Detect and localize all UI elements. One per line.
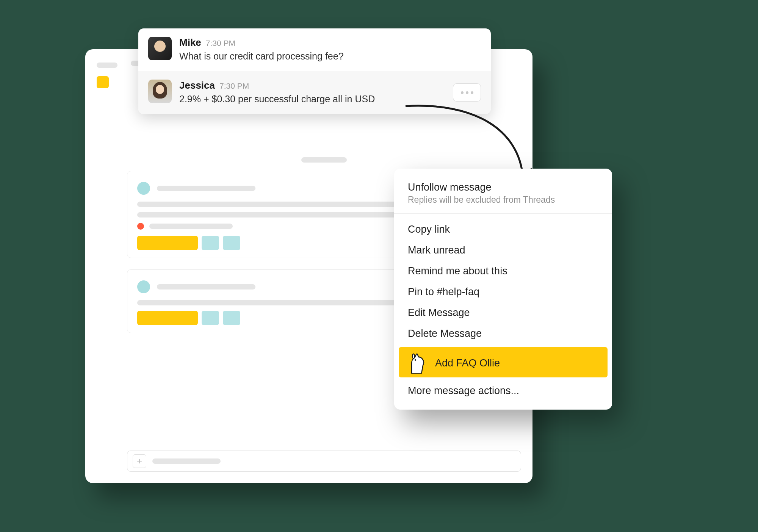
- skeleton-avatar: [137, 182, 150, 195]
- reaction-pill[interactable]: [202, 236, 219, 250]
- message-time: 7:30 PM: [206, 39, 235, 48]
- more-icon: [471, 91, 473, 94]
- reaction-pill[interactable]: [137, 311, 198, 325]
- message-row[interactable]: Mike 7:30 PM What is our credit card pro…: [138, 28, 491, 71]
- skeleton-line: [157, 284, 255, 289]
- menu-remind-me[interactable]: Remind me about this: [394, 261, 612, 282]
- more-icon: [466, 91, 468, 94]
- menu-divider: [394, 213, 612, 214]
- menu-pin[interactable]: Pin to #help-faq: [394, 282, 612, 302]
- conversation-popout: Mike 7:30 PM What is our credit card pro…: [138, 28, 491, 114]
- llama-icon: [408, 352, 428, 374]
- menu-add-faq-ollie[interactable]: Add FAQ Ollie: [399, 347, 608, 377]
- more-actions-button[interactable]: [453, 83, 481, 102]
- sidebar: [97, 63, 123, 88]
- skeleton-line: [149, 224, 233, 229]
- reaction-pill[interactable]: [137, 236, 198, 250]
- menu-unfollow-title: Unfollow message: [408, 182, 598, 193]
- reaction-pill[interactable]: [223, 311, 240, 325]
- menu-add-faq-label: Add FAQ Ollie: [435, 357, 500, 369]
- message-author: Mike: [179, 37, 201, 49]
- menu-unfollow[interactable]: Unfollow message Replies will be exclude…: [394, 179, 612, 208]
- menu-unfollow-subtitle: Replies will be excluded from Threads: [408, 195, 598, 205]
- avatar: [148, 80, 172, 103]
- message-row-selected[interactable]: Jessica 7:30 PM 2.9% + $0.30 per success…: [138, 71, 491, 114]
- composer-placeholder: [152, 458, 221, 464]
- message-text: 2.9% + $0.30 per successful charge all i…: [179, 93, 481, 106]
- message-time: 7:30 PM: [219, 81, 249, 91]
- skeleton-date-pill: [301, 157, 347, 163]
- svg-point-1: [415, 359, 416, 361]
- skeleton-line: [137, 212, 429, 217]
- menu-edit[interactable]: Edit Message: [394, 302, 612, 323]
- menu-delete[interactable]: Delete Message: [394, 323, 612, 344]
- reaction-pill[interactable]: [223, 236, 240, 250]
- svg-point-0: [412, 354, 415, 358]
- menu-more-actions[interactable]: More message actions...: [394, 380, 612, 401]
- skeleton-line: [137, 300, 399, 305]
- skeleton-line: [157, 186, 255, 191]
- attach-button[interactable]: +: [133, 454, 146, 468]
- skeleton-status-dot: [137, 223, 144, 230]
- message-composer[interactable]: +: [127, 451, 521, 472]
- sidebar-active-item[interactable]: [97, 76, 109, 88]
- more-icon: [461, 91, 464, 94]
- message-context-menu: Unfollow message Replies will be exclude…: [394, 169, 612, 410]
- menu-mark-unread[interactable]: Mark unread: [394, 240, 612, 261]
- menu-copy-link[interactable]: Copy link: [394, 219, 612, 240]
- message-text: What is our credit card processing fee?: [179, 50, 481, 63]
- sidebar-placeholder: [97, 63, 117, 68]
- message-author: Jessica: [179, 80, 215, 91]
- avatar: [148, 37, 172, 60]
- skeleton-avatar: [137, 280, 150, 293]
- reaction-pill[interactable]: [202, 311, 219, 325]
